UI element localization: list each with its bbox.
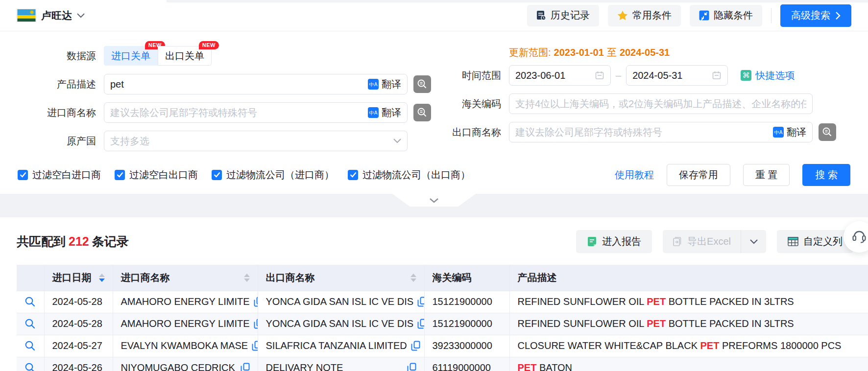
hide-conditions-label: 隐藏条件 bbox=[714, 9, 753, 22]
export-excel-button[interactable]: 导出Excel bbox=[663, 230, 741, 253]
checkbox-filter-logistics-importer[interactable]: 过滤物流公司（进口商） bbox=[212, 168, 334, 182]
cell-product-desc: PET BATON bbox=[509, 357, 868, 371]
exact-match-icon bbox=[416, 78, 428, 90]
magnifier-icon bbox=[24, 296, 36, 307]
collapse-panel-toggle[interactable] bbox=[392, 194, 476, 207]
checkbox-filter-logistics-exporter[interactable]: 过滤物流公司（出口商） bbox=[348, 168, 470, 182]
row-detail-button[interactable] bbox=[24, 362, 36, 371]
collapse-band bbox=[0, 194, 868, 217]
enter-report-button[interactable]: 进入报告 bbox=[576, 230, 652, 253]
sort-importer[interactable] bbox=[244, 274, 250, 282]
exact-match-button[interactable] bbox=[819, 123, 836, 141]
checkbox-filter-blank-importer[interactable]: 过滤空白进口商 bbox=[18, 168, 101, 182]
tab-export-declaration[interactable]: 出口关单 NEW bbox=[158, 46, 212, 66]
enter-report-label: 进入报告 bbox=[602, 235, 641, 248]
table-header-row: 进口日期 进口商名称 出口商名称 海关编码 产品描述 bbox=[17, 265, 868, 291]
country-selector[interactable]: 卢旺达 bbox=[17, 9, 85, 23]
translate-button[interactable]: 中A 翻译 bbox=[773, 126, 806, 139]
origin-country-label: 原产国 bbox=[18, 135, 104, 148]
copy-button[interactable] bbox=[241, 363, 250, 371]
results-table: 进口日期 进口商名称 出口商名称 海关编码 产品描述 bbox=[17, 265, 868, 371]
importer-name: AMAHORO ENERGY LIMITE bbox=[121, 296, 250, 307]
search-panel: 数据源 进口关单 NEW 出口关单 NEW 产品描述 bbox=[0, 31, 868, 194]
cell-importer: NIYOMUGABO CEDRICK bbox=[113, 357, 258, 371]
export-options-caret[interactable] bbox=[741, 230, 766, 253]
magnifier-icon bbox=[24, 318, 36, 329]
cell-hs-code: 61119000000 bbox=[424, 357, 509, 371]
importer-label: 进口商名称 bbox=[18, 106, 104, 119]
row-detail-button[interactable] bbox=[24, 340, 36, 351]
count-suffix: 条记录 bbox=[92, 234, 129, 248]
copy-button[interactable] bbox=[252, 341, 258, 351]
date-to-picker[interactable]: 2024-05-31 bbox=[626, 65, 728, 86]
translate-button[interactable]: 中A 翻译 bbox=[368, 78, 401, 91]
exporter-label: 出口商名称 bbox=[442, 126, 509, 139]
star-icon bbox=[617, 10, 628, 21]
copy-icon bbox=[241, 363, 250, 371]
cell-import-date: 2024-05-28 bbox=[44, 313, 113, 335]
cell-import-date: 2024-05-28 bbox=[44, 291, 113, 313]
hide-conditions-button[interactable]: 隐藏条件 bbox=[690, 5, 762, 26]
exporter-name: SILAFRICA TANZANIA LIMITED bbox=[266, 340, 407, 351]
copy-button[interactable] bbox=[411, 341, 420, 351]
cell-exporter: YONCA GIDA SAN ISL IC VE DIS bbox=[258, 291, 424, 313]
date-range-dash: – bbox=[616, 70, 621, 81]
origin-country-select[interactable]: 支持多选 bbox=[104, 131, 408, 151]
translate-label: 翻译 bbox=[382, 106, 401, 119]
product-desc-input[interactable] bbox=[110, 79, 368, 90]
chevron-down-icon bbox=[429, 198, 439, 203]
exact-match-button[interactable] bbox=[413, 75, 431, 93]
copy-button[interactable] bbox=[417, 297, 424, 307]
copy-button[interactable] bbox=[254, 297, 258, 307]
header-label: 进口日期 bbox=[52, 271, 92, 284]
product-desc-field: 中A 翻译 bbox=[104, 74, 408, 94]
checkbox-filter-blank-exporter[interactable]: 过滤空白出口商 bbox=[115, 168, 198, 182]
translate-label: 翻译 bbox=[787, 126, 806, 139]
copy-button[interactable] bbox=[254, 319, 258, 329]
country-name: 卢旺达 bbox=[41, 9, 72, 23]
translate-icon: 中A bbox=[773, 127, 784, 138]
reset-button[interactable]: 重 置 bbox=[743, 164, 790, 186]
search-button[interactable]: 搜 索 bbox=[802, 164, 850, 186]
desc-highlight: PET bbox=[518, 362, 537, 371]
exact-match-button[interactable] bbox=[413, 104, 431, 121]
quick-options-link[interactable]: ⌘ 快捷选项 bbox=[741, 69, 795, 82]
desc-highlight: PET bbox=[700, 340, 720, 351]
importer-input[interactable] bbox=[110, 107, 368, 118]
filter-row: 过滤空白进口商 过滤空白出口商 过滤物流公司（进口商） 过滤物流公司（出口商） … bbox=[18, 163, 850, 186]
app-window: 卢旺达 历史记录 常用条件 bbox=[0, 0, 868, 371]
favorites-button[interactable]: 常用条件 bbox=[608, 5, 681, 26]
row-detail-button[interactable] bbox=[24, 296, 36, 307]
table-columns-icon bbox=[788, 237, 798, 246]
desc-text: BATON bbox=[536, 362, 572, 371]
tutorial-link[interactable]: 使用教程 bbox=[615, 168, 654, 182]
importer-name: NIYOMUGABO CEDRICK bbox=[121, 362, 235, 371]
cell-hs-code: 15121900000 bbox=[424, 291, 509, 313]
exact-match-icon bbox=[416, 107, 428, 118]
header-importer: 进口商名称 bbox=[113, 265, 258, 291]
history-button[interactable]: 历史记录 bbox=[527, 5, 599, 26]
history-icon bbox=[536, 10, 546, 21]
customize-columns-button[interactable]: 自定义列 bbox=[777, 230, 853, 253]
row-detail-button[interactable] bbox=[24, 318, 36, 329]
collapse-icon bbox=[699, 10, 709, 21]
save-favorite-button[interactable]: 保存常用 bbox=[667, 164, 730, 186]
sort-import-date[interactable] bbox=[99, 274, 105, 282]
chevron-down-icon bbox=[77, 13, 85, 18]
date-from-picker[interactable]: 2023-06-01 bbox=[509, 65, 611, 86]
sort-exporter[interactable] bbox=[410, 274, 416, 282]
checkbox-label: 过滤空白出口商 bbox=[129, 168, 198, 182]
checkbox-label: 过滤物流公司（进口商） bbox=[226, 168, 334, 182]
form-left-column: 数据源 进口关单 NEW 出口关单 NEW 产品描述 bbox=[18, 46, 442, 160]
data-source-label: 数据源 bbox=[18, 49, 104, 63]
tab-label: 出口关单 bbox=[165, 49, 204, 63]
copy-button[interactable] bbox=[407, 363, 416, 371]
translate-button[interactable]: 中A 翻译 bbox=[368, 106, 401, 119]
checkbox-label: 过滤物流公司（出口商） bbox=[362, 168, 470, 182]
exporter-input[interactable] bbox=[515, 127, 773, 138]
copy-button[interactable] bbox=[417, 319, 424, 329]
translate-label: 翻译 bbox=[382, 78, 401, 91]
hs-code-input[interactable] bbox=[515, 98, 806, 110]
tab-import-declaration[interactable]: 进口关单 NEW bbox=[104, 46, 158, 66]
advanced-search-button[interactable]: 高级搜索 bbox=[780, 4, 851, 27]
